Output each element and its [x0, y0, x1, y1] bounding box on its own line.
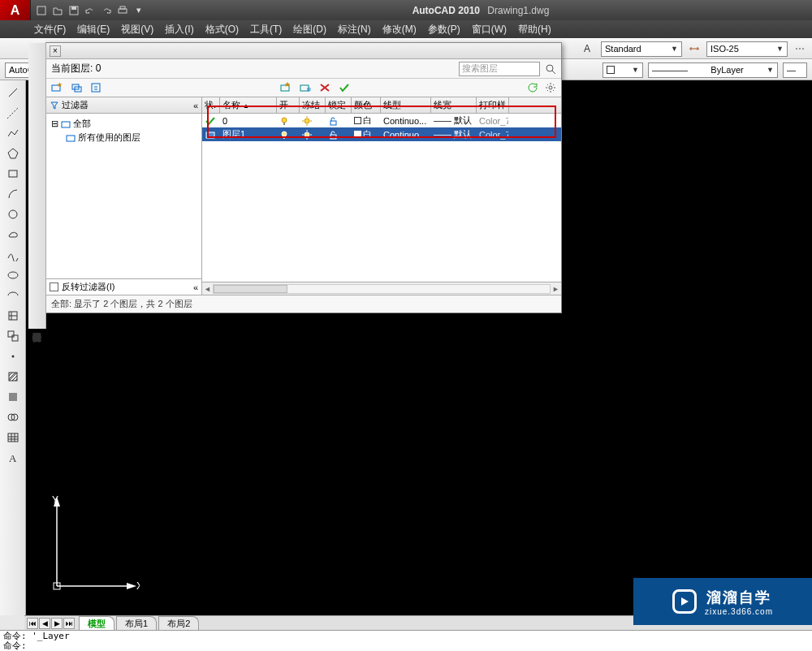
- ellipse-arc-icon[interactable]: [4, 287, 22, 304]
- col-name[interactable]: 名称 ▲: [220, 97, 277, 113]
- cmd-prompt[interactable]: 命令:: [3, 641, 809, 651]
- col-color[interactable]: 颜色: [352, 97, 381, 113]
- invert-filter-row[interactable]: 反转过滤器(I) «: [46, 278, 201, 295]
- dimstyle-combo[interactable]: ISO-25▼: [706, 41, 788, 57]
- delete-layer-icon[interactable]: [318, 82, 331, 93]
- polyline-icon[interactable]: [4, 124, 22, 142]
- sun-icon[interactable]: [302, 130, 312, 140]
- qat-dropdown-icon[interactable]: ▾: [132, 3, 146, 18]
- set-current-icon[interactable]: [338, 82, 351, 93]
- hatch-icon[interactable]: [4, 368, 22, 386]
- layer-window-handle[interactable]: 图层特性管理器: [28, 43, 46, 329]
- arc-icon[interactable]: [4, 185, 22, 203]
- col-linetype[interactable]: 线型: [381, 97, 431, 113]
- horizontal-scrollbar[interactable]: ◄►: [202, 282, 561, 295]
- text-icon[interactable]: A: [4, 449, 22, 467]
- tab-nav[interactable]: ⏮◀▶⏭: [24, 618, 77, 629]
- new-group-filter-icon[interactable]: [71, 82, 84, 93]
- collapse-icon[interactable]: «: [193, 101, 198, 110]
- print-icon[interactable]: [115, 3, 130, 18]
- menu-parametric[interactable]: 参数(P): [428, 23, 460, 37]
- line-icon[interactable]: [4, 84, 22, 101]
- bulb-on-icon[interactable]: [279, 130, 289, 140]
- svg-point-45: [304, 119, 309, 123]
- settings-icon[interactable]: [545, 82, 556, 93]
- layer-row-0[interactable]: 0 白 Continuo... —— 默认 Color_7: [202, 114, 561, 127]
- spline-icon[interactable]: [4, 246, 22, 264]
- linetype-combo[interactable]: ————ByLayer▼: [648, 63, 778, 78]
- command-line[interactable]: 命令: '_Layer 命令:: [0, 630, 812, 651]
- svg-rect-9: [9, 170, 17, 177]
- svg-point-50: [304, 132, 309, 137]
- menu-format[interactable]: 格式(O): [205, 23, 239, 37]
- layer-search-input[interactable]: 搜索图层: [459, 62, 540, 76]
- layer-window-titlebar[interactable]: ×: [46, 43, 561, 59]
- refresh-icon[interactable]: [527, 82, 538, 93]
- checkbox-icon[interactable]: [50, 282, 58, 291]
- undo-icon[interactable]: [83, 3, 97, 18]
- layer-list-header[interactable]: 状. 名称 ▲ 开 冻结 锁定 颜色 线型 线宽 打印样: [202, 97, 561, 114]
- menu-modify[interactable]: 修改(M): [382, 23, 417, 37]
- circle-icon[interactable]: [4, 205, 22, 223]
- filter-header[interactable]: 过滤器 «: [46, 97, 201, 114]
- app-logo[interactable]: A: [0, 0, 31, 20]
- sun-icon[interactable]: [302, 116, 312, 126]
- new-icon[interactable]: [34, 3, 49, 18]
- tab-layout1[interactable]: 布局1: [116, 616, 157, 631]
- unlock-icon[interactable]: [328, 116, 338, 126]
- menu-dimension[interactable]: 标注(N): [338, 23, 371, 37]
- menu-insert[interactable]: 插入(I): [165, 23, 193, 37]
- new-layer-freeze-icon[interactable]: ❄: [299, 82, 312, 93]
- tab-model[interactable]: 模型: [79, 616, 114, 631]
- point-icon[interactable]: [4, 347, 22, 365]
- menu-tools[interactable]: 工具(T): [250, 23, 282, 37]
- layer-state-icon[interactable]: [90, 82, 103, 93]
- col-lock[interactable]: 锁定: [326, 97, 352, 113]
- textstyle-icon[interactable]: A: [581, 41, 596, 56]
- col-plotstyle[interactable]: 打印样: [477, 97, 509, 113]
- col-lineweight[interactable]: 线宽: [431, 97, 477, 113]
- menu-window[interactable]: 窗口(W): [472, 23, 507, 37]
- menu-help[interactable]: 帮助(H): [518, 23, 551, 37]
- layer-list: 状. 名称 ▲ 开 冻结 锁定 颜色 线型 线宽 打印样 0 白 Continu…: [202, 97, 561, 295]
- bulb-on-icon[interactable]: [279, 116, 289, 126]
- close-icon[interactable]: ×: [50, 45, 61, 57]
- redo-icon[interactable]: [99, 3, 114, 18]
- insert-block-icon[interactable]: [4, 307, 22, 325]
- col-freeze[interactable]: 冻结: [300, 97, 326, 113]
- ellipse-icon[interactable]: [4, 266, 22, 284]
- construction-line-icon[interactable]: [4, 104, 22, 122]
- polygon-icon[interactable]: [4, 144, 22, 162]
- menu-draw[interactable]: 绘图(D): [293, 23, 326, 37]
- region-icon[interactable]: [4, 408, 22, 426]
- tab-layout2[interactable]: 布局2: [158, 616, 199, 631]
- collapse-icon[interactable]: «: [193, 282, 198, 292]
- table-icon[interactable]: [4, 429, 22, 446]
- rectangle-icon[interactable]: [4, 165, 22, 183]
- more-icon[interactable]: ⋯: [793, 41, 807, 56]
- new-layer-icon[interactable]: ★: [279, 82, 292, 93]
- tree-node-used[interactable]: 所有使用的图层: [66, 131, 197, 144]
- lineweight-combo[interactable]: —: [783, 63, 807, 78]
- make-block-icon[interactable]: [4, 327, 22, 345]
- revision-cloud-icon[interactable]: [4, 226, 22, 244]
- search-icon[interactable]: [545, 63, 556, 75]
- col-state[interactable]: 状.: [202, 97, 220, 113]
- menu-view[interactable]: 视图(V): [121, 23, 153, 37]
- svg-rect-35: [92, 84, 100, 92]
- color-combo[interactable]: ▼: [603, 63, 643, 78]
- unlock-icon[interactable]: [328, 130, 338, 140]
- filter-tree[interactable]: ⊟ 全部 所有使用的图层: [46, 114, 201, 278]
- menu-file[interactable]: 文件(F): [34, 23, 66, 37]
- tree-node-all[interactable]: ⊟ 全部: [51, 117, 197, 131]
- save-icon[interactable]: [67, 3, 81, 18]
- new-filter-icon[interactable]: ★: [51, 82, 64, 93]
- col-on[interactable]: 开: [277, 97, 300, 113]
- textstyle-combo[interactable]: Standard▼: [601, 41, 682, 57]
- quick-access-toolbar: ▾: [31, 3, 149, 18]
- layer-row-1[interactable]: 图层1 白 Continuo... —— 默认 Color_7: [202, 127, 561, 141]
- open-icon[interactable]: [50, 3, 65, 18]
- gradient-icon[interactable]: [4, 388, 22, 406]
- dimstyle-icon[interactable]: [687, 41, 702, 56]
- menu-edit[interactable]: 编辑(E): [77, 23, 110, 37]
